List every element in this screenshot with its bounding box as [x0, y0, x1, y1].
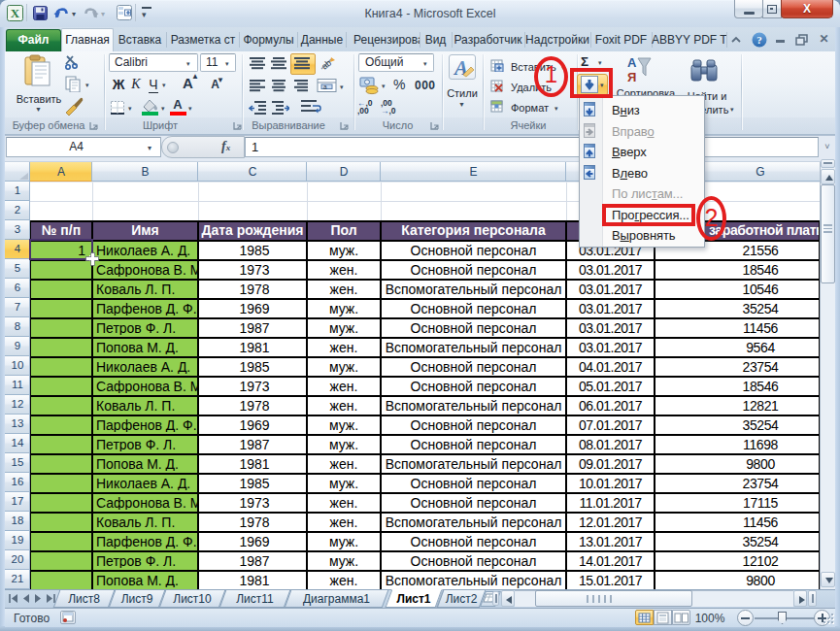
svg-text:a: a: [323, 83, 327, 90]
svg-text:X: X: [11, 6, 20, 20]
svg-text:Я: Я: [627, 70, 636, 84]
svg-text:?: ?: [756, 34, 762, 46]
svg-text:А: А: [627, 55, 637, 70]
